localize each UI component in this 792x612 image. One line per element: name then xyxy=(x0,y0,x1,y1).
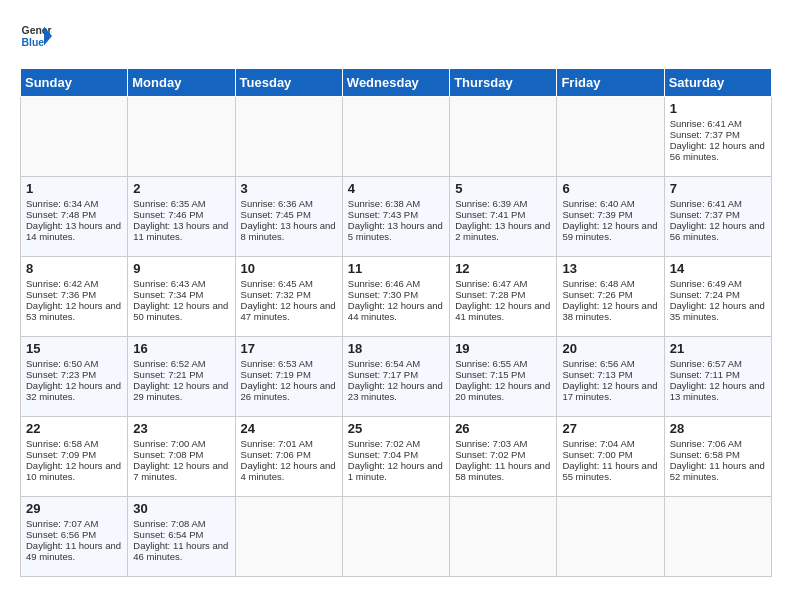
sunrise-text: Sunrise: 7:08 AM xyxy=(133,518,205,529)
daylight-text: Daylight: 11 hours and 52 minutes. xyxy=(670,460,765,482)
sunset-text: Sunset: 7:30 PM xyxy=(348,289,418,300)
calendar-cell: 10 Sunrise: 6:45 AM Sunset: 7:32 PM Dayl… xyxy=(235,257,342,337)
calendar-cell xyxy=(21,97,128,177)
day-number: 18 xyxy=(348,341,444,356)
calendar-cell: 26 Sunrise: 7:03 AM Sunset: 7:02 PM Dayl… xyxy=(450,417,557,497)
sunset-text: Sunset: 6:54 PM xyxy=(133,529,203,540)
sunrise-text: Sunrise: 6:34 AM xyxy=(26,198,98,209)
sunrise-text: Sunrise: 7:01 AM xyxy=(241,438,313,449)
sunset-text: Sunset: 7:00 PM xyxy=(562,449,632,460)
sunrise-text: Sunrise: 6:38 AM xyxy=(348,198,420,209)
header-tuesday: Tuesday xyxy=(235,69,342,97)
calendar-week-row: 8 Sunrise: 6:42 AM Sunset: 7:36 PM Dayli… xyxy=(21,257,772,337)
header-monday: Monday xyxy=(128,69,235,97)
sunset-text: Sunset: 7:43 PM xyxy=(348,209,418,220)
day-number: 25 xyxy=(348,421,444,436)
daylight-text: Daylight: 12 hours and 59 minutes. xyxy=(562,220,657,242)
daylight-text: Daylight: 12 hours and 53 minutes. xyxy=(26,300,121,322)
daylight-text: Daylight: 11 hours and 55 minutes. xyxy=(562,460,657,482)
calendar-cell: 2 Sunrise: 6:35 AM Sunset: 7:46 PM Dayli… xyxy=(128,177,235,257)
sunrise-text: Sunrise: 7:04 AM xyxy=(562,438,634,449)
calendar-cell xyxy=(450,97,557,177)
daylight-text: Daylight: 12 hours and 13 minutes. xyxy=(670,380,765,402)
daylight-text: Daylight: 12 hours and 56 minutes. xyxy=(670,220,765,242)
sunset-text: Sunset: 7:23 PM xyxy=(26,369,96,380)
sunset-text: Sunset: 7:45 PM xyxy=(241,209,311,220)
daylight-text: Daylight: 12 hours and 41 minutes. xyxy=(455,300,550,322)
day-number: 3 xyxy=(241,181,337,196)
daylight-text: Daylight: 12 hours and 20 minutes. xyxy=(455,380,550,402)
calendar-week-row: 29 Sunrise: 7:07 AM Sunset: 6:56 PM Dayl… xyxy=(21,497,772,577)
calendar-cell xyxy=(450,497,557,577)
calendar-cell: 21 Sunrise: 6:57 AM Sunset: 7:11 PM Dayl… xyxy=(664,337,771,417)
calendar-cell: 6 Sunrise: 6:40 AM Sunset: 7:39 PM Dayli… xyxy=(557,177,664,257)
sunrise-text: Sunrise: 6:35 AM xyxy=(133,198,205,209)
header-thursday: Thursday xyxy=(450,69,557,97)
day-number: 6 xyxy=(562,181,658,196)
sunset-text: Sunset: 7:28 PM xyxy=(455,289,525,300)
sunrise-text: Sunrise: 6:50 AM xyxy=(26,358,98,369)
header-friday: Friday xyxy=(557,69,664,97)
sunrise-text: Sunrise: 6:56 AM xyxy=(562,358,634,369)
sunrise-text: Sunrise: 6:52 AM xyxy=(133,358,205,369)
calendar-cell: 4 Sunrise: 6:38 AM Sunset: 7:43 PM Dayli… xyxy=(342,177,449,257)
calendar-cell: 17 Sunrise: 6:53 AM Sunset: 7:19 PM Dayl… xyxy=(235,337,342,417)
sunset-text: Sunset: 7:32 PM xyxy=(241,289,311,300)
daylight-text: Daylight: 12 hours and 17 minutes. xyxy=(562,380,657,402)
sunset-text: Sunset: 7:24 PM xyxy=(670,289,740,300)
daylight-text: Daylight: 12 hours and 1 minute. xyxy=(348,460,443,482)
calendar-cell: 28 Sunrise: 7:06 AM Sunset: 6:58 PM Dayl… xyxy=(664,417,771,497)
daylight-text: Daylight: 13 hours and 8 minutes. xyxy=(241,220,336,242)
calendar-cell: 8 Sunrise: 6:42 AM Sunset: 7:36 PM Dayli… xyxy=(21,257,128,337)
sunrise-text: Sunrise: 6:55 AM xyxy=(455,358,527,369)
day-number: 5 xyxy=(455,181,551,196)
calendar-week-row: 22 Sunrise: 6:58 AM Sunset: 7:09 PM Dayl… xyxy=(21,417,772,497)
daylight-text: Daylight: 12 hours and 50 minutes. xyxy=(133,300,228,322)
daylight-text: Daylight: 12 hours and 56 minutes. xyxy=(670,140,765,162)
day-number: 2 xyxy=(133,181,229,196)
day-number: 17 xyxy=(241,341,337,356)
calendar-cell xyxy=(128,97,235,177)
sunset-text: Sunset: 7:34 PM xyxy=(133,289,203,300)
calendar-cell: 5 Sunrise: 6:39 AM Sunset: 7:41 PM Dayli… xyxy=(450,177,557,257)
day-number: 1 xyxy=(26,181,122,196)
sunrise-text: Sunrise: 6:41 AM xyxy=(670,118,742,129)
sunset-text: Sunset: 6:58 PM xyxy=(670,449,740,460)
sunset-text: Sunset: 7:37 PM xyxy=(670,129,740,140)
day-number: 23 xyxy=(133,421,229,436)
sunrise-text: Sunrise: 6:53 AM xyxy=(241,358,313,369)
day-number: 24 xyxy=(241,421,337,436)
daylight-text: Daylight: 12 hours and 38 minutes. xyxy=(562,300,657,322)
day-number: 30 xyxy=(133,501,229,516)
sunrise-text: Sunrise: 6:39 AM xyxy=(455,198,527,209)
page-header: General Blue xyxy=(20,20,772,52)
calendar-cell: 7 Sunrise: 6:41 AM Sunset: 7:37 PM Dayli… xyxy=(664,177,771,257)
day-number: 10 xyxy=(241,261,337,276)
logo-icon: General Blue xyxy=(20,20,52,52)
logo: General Blue xyxy=(20,20,58,52)
calendar-cell: 1 Sunrise: 6:34 AM Sunset: 7:48 PM Dayli… xyxy=(21,177,128,257)
day-number: 11 xyxy=(348,261,444,276)
day-number: 1 xyxy=(670,101,766,116)
daylight-text: Daylight: 13 hours and 14 minutes. xyxy=(26,220,121,242)
sunrise-text: Sunrise: 6:47 AM xyxy=(455,278,527,289)
calendar-cell: 18 Sunrise: 6:54 AM Sunset: 7:17 PM Dayl… xyxy=(342,337,449,417)
sunset-text: Sunset: 7:15 PM xyxy=(455,369,525,380)
day-number: 13 xyxy=(562,261,658,276)
day-number: 26 xyxy=(455,421,551,436)
day-number: 15 xyxy=(26,341,122,356)
sunset-text: Sunset: 7:17 PM xyxy=(348,369,418,380)
calendar-cell: 16 Sunrise: 6:52 AM Sunset: 7:21 PM Dayl… xyxy=(128,337,235,417)
header-saturday: Saturday xyxy=(664,69,771,97)
calendar-week-row: 15 Sunrise: 6:50 AM Sunset: 7:23 PM Dayl… xyxy=(21,337,772,417)
calendar-cell: 29 Sunrise: 7:07 AM Sunset: 6:56 PM Dayl… xyxy=(21,497,128,577)
sunset-text: Sunset: 7:41 PM xyxy=(455,209,525,220)
day-number: 14 xyxy=(670,261,766,276)
daylight-text: Daylight: 11 hours and 49 minutes. xyxy=(26,540,121,562)
day-number: 20 xyxy=(562,341,658,356)
sunrise-text: Sunrise: 7:03 AM xyxy=(455,438,527,449)
daylight-text: Daylight: 13 hours and 11 minutes. xyxy=(133,220,228,242)
calendar-cell xyxy=(235,97,342,177)
calendar-cell: 11 Sunrise: 6:46 AM Sunset: 7:30 PM Dayl… xyxy=(342,257,449,337)
sunrise-text: Sunrise: 6:45 AM xyxy=(241,278,313,289)
